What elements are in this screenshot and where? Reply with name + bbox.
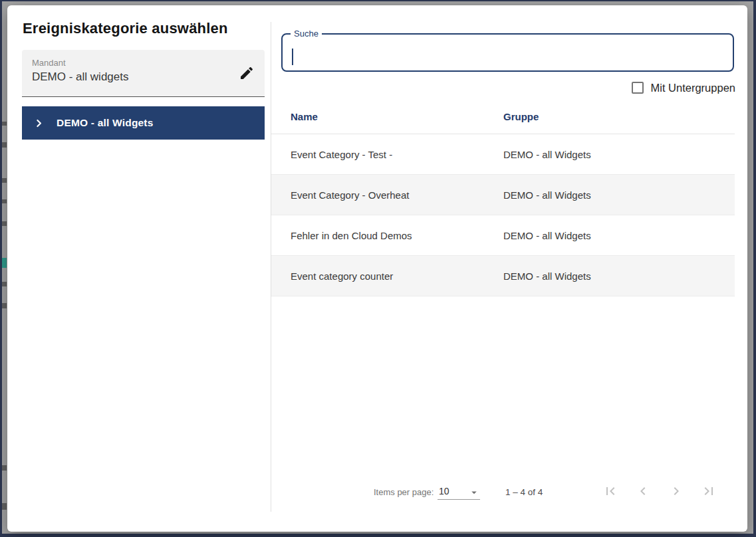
screenshot-frame: Ereigniskategorie auswählen Mandant DEMO… (0, 0, 756, 537)
backdrop-fragment (2, 199, 7, 203)
cell-name: Event Category - Test - (291, 149, 392, 160)
edit-mandant-button[interactable] (238, 65, 255, 82)
cell-name: Fehler in den Cloud Demos (291, 230, 412, 241)
backdrop-fragment (2, 178, 7, 183)
window-border-top (0, 0, 756, 1)
event-category-dialog: Ereigniskategorie auswählen Mandant DEMO… (7, 5, 747, 532)
cell-gruppe: DEMO - all Widgets (503, 189, 591, 201)
pencil-icon (239, 73, 255, 83)
first-page-button[interactable] (602, 483, 618, 499)
table-row[interactable]: Fehler in den Cloud Demos DEMO - all Wid… (271, 215, 735, 256)
search-field: Suche (281, 33, 734, 72)
backdrop-fragment (2, 303, 7, 308)
backdrop-fragment-teal (2, 258, 7, 268)
next-page-button[interactable] (668, 483, 684, 499)
tree-item-demo-all-widgets[interactable]: DEMO - all Widgets (22, 106, 265, 140)
subgroups-checkbox-row[interactable]: Mit Untergruppen (632, 79, 735, 96)
table-row[interactable]: Event Category - Overheat DEMO - all Wid… (271, 175, 735, 215)
backdrop-fragment (2, 282, 7, 286)
chevron-right-icon[interactable] (33, 118, 45, 129)
categories-table: Name Gruppe Event Category - Test - DEMO… (271, 98, 735, 296)
backdrop-fragment (2, 122, 7, 126)
last-page-button[interactable] (701, 483, 717, 499)
mandant-label: Mandant (32, 58, 66, 68)
page-size-select[interactable]: 10 (438, 485, 480, 500)
backdrop-fragment (2, 142, 7, 148)
cell-name: Event category counter (291, 270, 393, 282)
table-row[interactable]: Event Category - Test - DEMO - all Widge… (271, 134, 735, 175)
page-range-label: 1 – 4 of 4 (505, 487, 543, 497)
window-border-right (753, 0, 756, 537)
backdrop-fragment (2, 465, 7, 471)
chevron-left-icon (635, 483, 651, 499)
table-row[interactable]: Event category counter DEMO - all Widget… (271, 256, 735, 296)
window-border-left (0, 0, 2, 537)
backdrop-fragment (2, 503, 7, 510)
subgroups-checkbox[interactable] (632, 82, 644, 94)
column-header-gruppe[interactable]: Gruppe (503, 110, 539, 122)
caret-down-icon (468, 486, 480, 498)
tree-item-label: DEMO - all Widgets (57, 117, 154, 129)
page-size-value: 10 (439, 486, 449, 496)
last-page-icon (701, 483, 717, 499)
search-input[interactable] (283, 35, 733, 70)
cell-gruppe: DEMO - all Widgets (503, 230, 591, 241)
cell-gruppe: DEMO - all Widgets (503, 149, 591, 160)
first-page-icon (602, 483, 618, 499)
column-header-name[interactable]: Name (291, 110, 318, 122)
chevron-right-icon (668, 483, 684, 499)
mandant-value: DEMO - all widgets (32, 70, 128, 84)
backdrop-fragment (2, 221, 7, 226)
mandant-field: Mandant DEMO - all widgets (22, 50, 265, 97)
dialog-title: Ereigniskategorie auswählen (23, 20, 228, 37)
cell-name: Event Category - Overheat (291, 189, 409, 201)
subgroups-checkbox-label[interactable]: Mit Untergruppen (651, 82, 735, 94)
cell-gruppe: DEMO - all Widgets (503, 270, 591, 282)
text-cursor (292, 49, 293, 65)
window-border-bottom (0, 534, 756, 537)
table-header-row: Name Gruppe (271, 98, 735, 134)
items-per-page-label: Items per page: (374, 487, 434, 497)
previous-page-button[interactable] (635, 483, 651, 499)
